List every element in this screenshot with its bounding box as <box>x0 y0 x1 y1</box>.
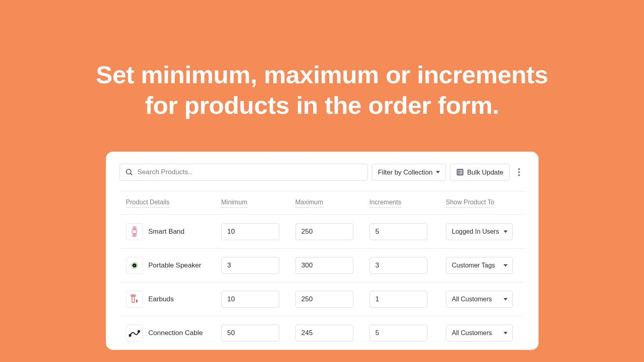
bulk-update-button[interactable]: Bulk Update <box>450 164 510 181</box>
table-row: Earbuds All Customers <box>120 282 525 316</box>
svg-point-15 <box>134 265 135 266</box>
svg-point-21 <box>129 335 130 336</box>
minimum-input[interactable] <box>221 291 279 308</box>
headline-line2: for products in the order form. <box>145 91 499 119</box>
col-increments: Increments <box>369 199 401 208</box>
product-thumb-portable-speaker <box>126 257 143 274</box>
svg-point-11 <box>518 175 520 176</box>
show-product-to-select[interactable]: All Customers <box>446 291 513 308</box>
svg-point-0 <box>126 169 131 174</box>
search-icon <box>125 168 134 177</box>
product-thumb-earbuds <box>126 291 143 308</box>
search-input[interactable] <box>138 168 363 176</box>
settings-card: Filter by Collection Bulk Update Product… <box>106 152 539 350</box>
select-value: Customer Tags <box>452 262 495 269</box>
select-value: All Customers <box>452 296 492 303</box>
col-minimum: Minimum <box>221 199 248 208</box>
select-value: All Customers <box>452 329 492 337</box>
increments-input[interactable] <box>369 325 427 341</box>
list-icon <box>456 168 464 176</box>
select-value: Logged In Users <box>452 228 499 235</box>
product-thumb-connection-cable <box>126 325 143 341</box>
product-cell: Portable Speaker <box>126 257 221 274</box>
product-name: Smart Band <box>149 228 185 236</box>
svg-point-22 <box>138 331 139 332</box>
minimum-input[interactable] <box>221 223 279 240</box>
svg-point-10 <box>518 171 520 173</box>
col-show-product-to: Show Product To <box>446 199 495 208</box>
increments-input[interactable] <box>369 291 427 308</box>
headline-line1: Set minimum, maximum or increments <box>96 61 548 88</box>
svg-point-12 <box>132 230 137 234</box>
kebab-icon <box>518 168 520 176</box>
more-actions-button[interactable] <box>514 164 525 181</box>
svg-rect-8 <box>459 173 462 174</box>
show-product-to-select[interactable]: All Customers <box>446 325 513 341</box>
maximum-input[interactable] <box>295 291 353 308</box>
svg-rect-20 <box>136 300 138 302</box>
product-name: Earbuds <box>149 295 174 303</box>
svg-rect-6 <box>459 172 462 173</box>
product-thumb-smart-band <box>126 223 143 240</box>
product-cell: Earbuds <box>126 291 221 308</box>
chevron-down-icon <box>504 332 508 334</box>
filter-by-collection-button[interactable]: Filter by Collection <box>372 164 446 181</box>
minimum-input[interactable] <box>221 257 279 274</box>
show-product-to-select[interactable]: Customer Tags <box>446 257 513 274</box>
product-table: Product Details Minimum Maximum Incremen… <box>120 191 525 350</box>
product-name: Connection Cable <box>149 329 203 337</box>
minimum-input[interactable] <box>221 325 279 341</box>
search-wrapper[interactable] <box>120 164 368 181</box>
maximum-input[interactable] <box>295 325 353 341</box>
product-cell: Connection Cable <box>126 325 221 341</box>
svg-rect-5 <box>458 172 459 173</box>
svg-point-18 <box>131 294 133 296</box>
table-row: Portable Speaker Customer Tags <box>120 249 525 282</box>
table-row: Smart Band Logged In Users <box>120 215 525 249</box>
product-cell: Smart Band <box>126 223 221 240</box>
svg-point-19 <box>133 294 135 296</box>
svg-line-1 <box>130 173 132 175</box>
col-maximum: Maximum <box>295 199 323 208</box>
increments-input[interactable] <box>369 257 427 274</box>
product-name: Portable Speaker <box>149 261 201 269</box>
maximum-input[interactable] <box>295 223 353 240</box>
bulk-label: Bulk Update <box>467 169 504 176</box>
table-header: Product Details Minimum Maximum Incremen… <box>120 191 525 215</box>
col-product-details: Product Details <box>126 199 170 208</box>
svg-point-9 <box>518 169 520 170</box>
chevron-down-icon <box>504 230 508 233</box>
toolbar: Filter by Collection Bulk Update <box>120 164 525 181</box>
chevron-down-icon <box>504 298 508 300</box>
table-row: Connection Cable All Customers <box>120 316 525 350</box>
filter-label: Filter by Collection <box>378 169 433 176</box>
svg-rect-4 <box>459 170 462 171</box>
maximum-input[interactable] <box>295 257 353 274</box>
chevron-down-icon <box>436 171 440 173</box>
increments-input[interactable] <box>369 223 427 240</box>
svg-rect-7 <box>458 173 459 174</box>
svg-rect-3 <box>458 170 459 171</box>
show-product-to-select[interactable]: Logged In Users <box>446 223 513 240</box>
page-headline: Set minimum, maximum or increments for p… <box>0 60 644 120</box>
chevron-down-icon <box>504 264 508 267</box>
